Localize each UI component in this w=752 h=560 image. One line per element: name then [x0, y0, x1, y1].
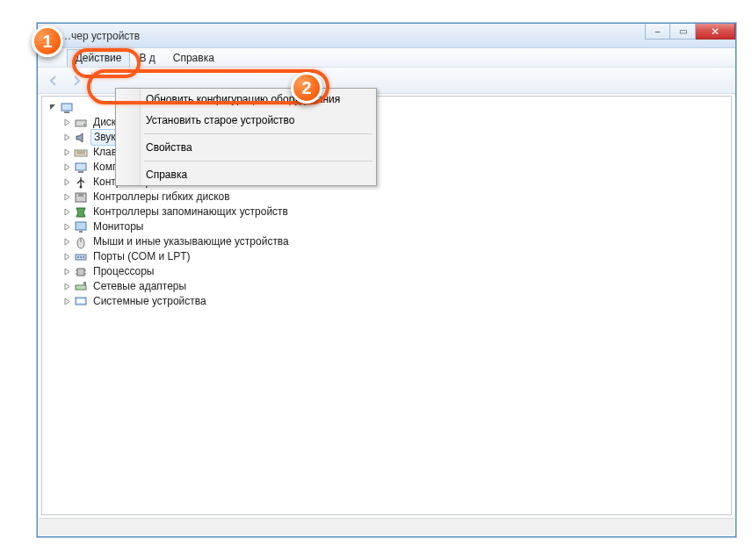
window-title: …чер устройств — [61, 30, 140, 42]
expander-icon[interactable] — [61, 267, 72, 277]
expander-icon[interactable] — [61, 162, 72, 173]
svg-rect-27 — [76, 285, 86, 290]
menu-item-properties[interactable]: Свойства — [116, 137, 376, 158]
expander-icon[interactable] — [61, 222, 72, 233]
tree-label: Мониторы — [91, 219, 145, 234]
menu-item-help[interactable]: Справка — [116, 164, 376, 185]
toolbar-separator — [91, 72, 92, 90]
svg-rect-2 — [61, 104, 72, 111]
expander-icon[interactable] — [47, 103, 58, 113]
svg-rect-22 — [77, 269, 84, 276]
usb-icon — [74, 176, 88, 190]
port-icon — [74, 250, 88, 264]
sound-icon — [74, 131, 88, 145]
storage-controller-icon — [74, 205, 88, 219]
expander-icon[interactable] — [61, 147, 72, 158]
svg-point-19 — [77, 256, 79, 258]
svg-rect-15 — [79, 231, 83, 233]
window-controls: – ▭ ✕ — [645, 24, 735, 39]
expander-icon[interactable] — [61, 177, 72, 188]
annotation-marker-2: 2 — [291, 72, 322, 104]
floppy-controller-icon — [74, 190, 88, 205]
expander-icon[interactable] — [61, 207, 72, 218]
close-button[interactable]: ✕ — [696, 24, 735, 39]
expander-icon[interactable] — [61, 252, 72, 262]
expander-icon[interactable] — [61, 282, 72, 292]
tree-label: Системные устройства — [91, 294, 208, 309]
svg-rect-10 — [78, 171, 83, 173]
svg-rect-28 — [83, 282, 86, 285]
minimize-button[interactable]: – — [645, 24, 670, 39]
menu-item-add-legacy[interactable]: Установить старое устройство — [116, 110, 376, 131]
disk-icon — [74, 116, 88, 130]
svg-point-11 — [80, 185, 83, 188]
menu-action[interactable]: Действие — [67, 49, 131, 67]
expander-icon[interactable] — [61, 118, 72, 128]
tree-node[interactable]: Контроллеры запоминающих устройств — [46, 205, 731, 219]
network-icon — [74, 280, 88, 294]
computer-icon — [60, 101, 74, 115]
expander-icon[interactable] — [61, 192, 72, 203]
tree-node[interactable]: Порты (COM и LPT) — [46, 249, 731, 264]
menu-separator — [144, 161, 372, 162]
monitor-icon — [74, 220, 88, 234]
expander-icon[interactable] — [61, 237, 72, 248]
back-button[interactable] — [43, 70, 64, 91]
tree-label: Контроллеры запоминающих устройств — [91, 205, 290, 219]
action-menu-dropdown: Обновить конфигурацию оборудования Устан… — [115, 88, 377, 186]
annotation-marker-1: 1 — [32, 25, 63, 57]
svg-rect-3 — [64, 111, 69, 113]
system-icon — [74, 295, 88, 309]
tree-node[interactable]: Процессоры — [46, 264, 731, 279]
tree-label: Сетевые адаптеры — [91, 279, 188, 294]
svg-point-5 — [83, 124, 85, 126]
menu-help[interactable]: Справка — [164, 49, 223, 67]
svg-rect-14 — [76, 222, 86, 230]
tree-node[interactable]: Сетевые адаптеры — [46, 279, 731, 294]
tree-label: Мыши и иные указывающие устройства — [91, 234, 291, 249]
tree-node[interactable]: Мониторы — [46, 219, 731, 234]
tree-node[interactable]: Контроллеры гибких дисков — [46, 190, 731, 205]
keyboard-icon — [74, 146, 88, 160]
tree-node[interactable]: Мыши и иные указывающие устройства — [46, 234, 731, 249]
titlebar[interactable]: …чер устройств – ▭ ✕ — [38, 24, 735, 48]
menu-item-scan-hardware[interactable]: Обновить конфигурацию оборудования — [116, 89, 376, 110]
expander-icon[interactable] — [61, 297, 72, 307]
svg-point-21 — [83, 256, 84, 258]
mouse-icon — [74, 235, 88, 249]
tree-label: Процессоры — [91, 264, 156, 279]
svg-rect-30 — [77, 299, 84, 303]
svg-rect-13 — [78, 193, 83, 197]
computer-icon — [74, 161, 88, 175]
svg-rect-9 — [76, 163, 86, 170]
menu-view[interactable]: В д — [130, 49, 163, 67]
expander-icon[interactable] — [61, 133, 72, 143]
tree-label: Контроллеры гибких дисков — [91, 190, 232, 205]
maximize-button[interactable]: ▭ — [670, 24, 696, 39]
menu-separator — [144, 133, 372, 134]
forward-button[interactable] — [66, 70, 87, 91]
tree-node[interactable]: Системные устройства — [46, 294, 731, 309]
status-bar — [39, 518, 734, 535]
cpu-icon — [74, 265, 88, 279]
tree-label: Порты (COM и LPT) — [91, 249, 192, 264]
device-manager-window: …чер устройств – ▭ ✕ C Действие В д Спра… — [37, 23, 736, 537]
menu-bar: C Действие В д Справка — [38, 48, 735, 68]
svg-point-20 — [80, 256, 82, 258]
